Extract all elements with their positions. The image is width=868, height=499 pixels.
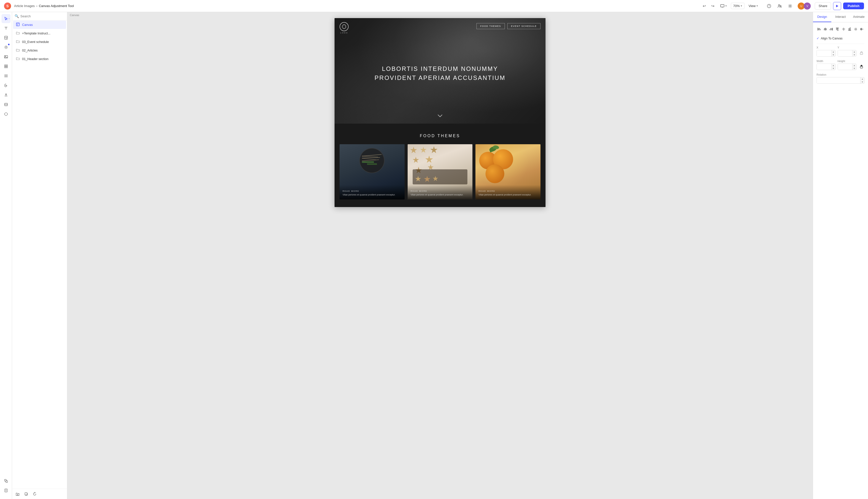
tab-animate[interactable]: Animate — [850, 12, 868, 22]
sdk-tool[interactable] — [1, 110, 11, 119]
x-increment[interactable]: ▲ — [831, 50, 835, 53]
width-label: Width — [817, 60, 835, 63]
svg-point-15 — [5, 56, 6, 57]
add-folder-button[interactable] — [15, 491, 21, 497]
user-avatar-2: V — [804, 2, 811, 10]
breadcrumb-sep: › — [36, 4, 37, 8]
svg-rect-68 — [860, 53, 863, 54]
event-schedule-nav-btn[interactable]: EVENT SCHEDULE — [507, 23, 541, 29]
height-input[interactable] — [838, 64, 853, 70]
svg-rect-14 — [4, 56, 8, 58]
sections-tool[interactable] — [1, 71, 11, 81]
food-card-3[interactable]: READ MORE Vitae periores et quaerat proi… — [475, 144, 541, 199]
layers-panel-toggle[interactable] — [1, 476, 11, 485]
distribute-v-button[interactable] — [853, 26, 858, 33]
settings-icon[interactable] — [786, 2, 794, 10]
food-card-2[interactable]: READ MORE Vitae periores et quaerat proi… — [408, 144, 473, 199]
svg-rect-9 — [4, 36, 8, 39]
rotation-increment[interactable]: ▲ — [860, 77, 864, 81]
y-input-wrap: ▲ ▼ — [838, 50, 857, 57]
align-center-h-button[interactable] — [822, 26, 828, 33]
height-decrement[interactable]: ▼ — [852, 67, 856, 70]
layer-item-articles[interactable]: 02_Articles — [13, 46, 66, 54]
width-input[interactable] — [817, 64, 831, 70]
align-right-button[interactable] — [829, 26, 834, 33]
layer-item-template[interactable]: +Template Instruct... — [13, 29, 66, 37]
cursor-tool[interactable]: › — [1, 14, 11, 23]
collaborate-icon[interactable] — [776, 2, 784, 10]
refresh-button[interactable] — [32, 491, 38, 497]
align-to-canvas-toggle[interactable]: ✓ Align To Canvas — [817, 36, 865, 40]
duplicate-button[interactable] — [23, 491, 29, 497]
view-menu[interactable]: View ▾ — [746, 3, 760, 9]
pages-panel-toggle[interactable] — [1, 486, 11, 495]
hero-headline: LOBORTIS INTERDUM NONUMMY PROVIDENT APER… — [374, 64, 505, 82]
food-card-1[interactable]: READ MORE Vitae periores et quaerat proi… — [339, 144, 405, 199]
align-center-v-button[interactable] — [859, 26, 865, 33]
svg-rect-58 — [849, 28, 850, 30]
width-increment[interactable]: ▲ — [831, 64, 835, 67]
x-decrement[interactable]: ▼ — [831, 53, 835, 56]
wh-lock-button[interactable] — [858, 63, 865, 70]
y-label: Y — [838, 46, 857, 49]
code-tool[interactable] — [1, 100, 11, 109]
right-panel-tabs: Design Interact Animate — [813, 12, 868, 22]
device-selector[interactable]: ▾ — [718, 3, 729, 9]
height-increment[interactable]: ▲ — [852, 64, 856, 67]
tab-interact[interactable]: Interact — [831, 12, 850, 22]
search-icon: 🔍 — [15, 14, 19, 18]
xy-lock-button[interactable] — [858, 50, 865, 56]
y-decrement[interactable]: ▼ — [852, 53, 856, 56]
canvas-area: Canvas LOGO — [67, 12, 813, 499]
rotation-input[interactable] — [817, 77, 860, 83]
food-card-3-read-more: READ MORE — [479, 190, 537, 192]
icon-sidebar: › — [0, 12, 12, 499]
search-input[interactable] — [20, 14, 64, 18]
svg-rect-16 — [4, 65, 6, 66]
canvas-frame[interactable]: LOGO FOOD THEMES EVENT SCHEDULE LOBORTIS… — [335, 18, 546, 207]
align-bottom-button[interactable] — [847, 26, 852, 33]
svg-point-23 — [5, 85, 7, 86]
tab-design[interactable]: Design — [813, 12, 831, 22]
layer-label: Canvas — [22, 23, 63, 27]
zoom-control[interactable]: 70% ▾ — [731, 3, 744, 9]
layer-item-header[interactable]: 01_Header section — [13, 55, 66, 63]
x-spinner: ▲ ▼ — [831, 50, 835, 56]
widgets-tool[interactable] — [1, 62, 11, 71]
y-input[interactable] — [838, 50, 853, 56]
text-tool[interactable] — [1, 24, 11, 33]
svg-rect-19 — [6, 66, 8, 68]
undo-button[interactable]: ↩ — [701, 2, 708, 10]
layer-item-canvas[interactable]: Canvas — [13, 21, 66, 29]
topbar-icons: ? U V — [765, 2, 812, 10]
redo-button[interactable]: ↪ — [709, 2, 716, 10]
scroll-down-icon[interactable] — [437, 113, 443, 119]
food-themes-nav-btn[interactable]: FOOD THEMES — [476, 23, 505, 29]
upload-tool[interactable] — [1, 90, 11, 99]
distribute-h-button[interactable] — [841, 26, 846, 33]
align-top-button[interactable] — [835, 26, 840, 33]
width-field: Width ▲ ▼ — [817, 60, 835, 70]
breadcrumb-parent[interactable]: Article Images — [14, 4, 35, 8]
svg-marker-25 — [4, 112, 8, 115]
paint-tool[interactable] — [1, 81, 11, 90]
preview-button[interactable] — [833, 2, 841, 10]
svg-rect-31 — [16, 23, 19, 26]
width-decrement[interactable]: ▼ — [831, 67, 835, 70]
food-card-1-read-more: READ MORE — [343, 190, 401, 192]
container-tool[interactable] — [1, 33, 11, 42]
publish-button[interactable]: Publish — [843, 2, 864, 9]
x-input[interactable] — [817, 50, 831, 56]
help-icon[interactable]: ? — [765, 2, 773, 10]
y-increment[interactable]: ▲ — [852, 50, 856, 53]
layer-item-event[interactable]: 03_Event schedule — [13, 38, 66, 46]
canvas-icon — [16, 23, 20, 27]
topbar-right-actions: Share Publish — [815, 2, 864, 10]
media-tool[interactable] — [1, 52, 11, 61]
rotation-decrement[interactable]: ▼ — [860, 81, 864, 83]
layers-list: Canvas +Template Instruct... 03_Event sc… — [12, 20, 67, 489]
align-left-button[interactable] — [817, 26, 821, 33]
components-tool[interactable] — [1, 43, 11, 52]
share-button[interactable]: Share — [815, 2, 831, 10]
app-logo[interactable]: S — [4, 2, 11, 10]
